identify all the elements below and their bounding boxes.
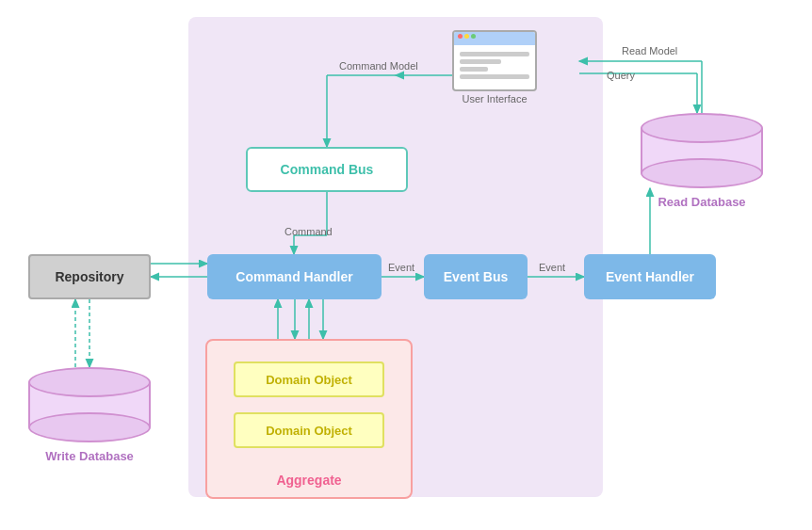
- label-event2: Event: [539, 262, 565, 273]
- domain-obj-2: Domain Object: [234, 412, 384, 448]
- domain-obj-1: Domain Object: [234, 361, 384, 397]
- event-handler-node: Event Handler: [584, 254, 716, 299]
- label-event1: Event: [388, 262, 414, 273]
- event-handler-label: Event Handler: [606, 269, 694, 284]
- command-bus-node: Command Bus: [246, 147, 408, 192]
- read-database-node: Read Database: [641, 113, 763, 188]
- repository-node: Repository: [28, 254, 151, 299]
- command-bus-label: Command Bus: [281, 162, 374, 177]
- aggregate-node: Domain Object Domain Object Aggregate: [205, 339, 413, 499]
- label-command: Command: [284, 226, 333, 237]
- event-bus-node: Event Bus: [424, 254, 528, 299]
- user-interface-node: User Interface: [452, 30, 537, 101]
- label-query: Query: [607, 70, 635, 81]
- aggregate-label: Aggregate: [207, 473, 411, 488]
- label-command-model: Command Model: [339, 60, 418, 72]
- diagram-container: Command Model Read Model Query Command E…: [0, 0, 812, 530]
- read-db-label: Read Database: [641, 195, 763, 209]
- write-db-label: Write Database: [28, 449, 151, 463]
- write-database-node: Write Database: [28, 367, 151, 442]
- command-handler-node: Command Handler: [207, 254, 382, 299]
- event-bus-label: Event Bus: [444, 269, 508, 284]
- ui-label: User Interface: [452, 93, 537, 104]
- command-handler-label: Command Handler: [235, 269, 352, 284]
- label-read-model: Read Model: [622, 45, 677, 56]
- repository-label: Repository: [55, 269, 123, 284]
